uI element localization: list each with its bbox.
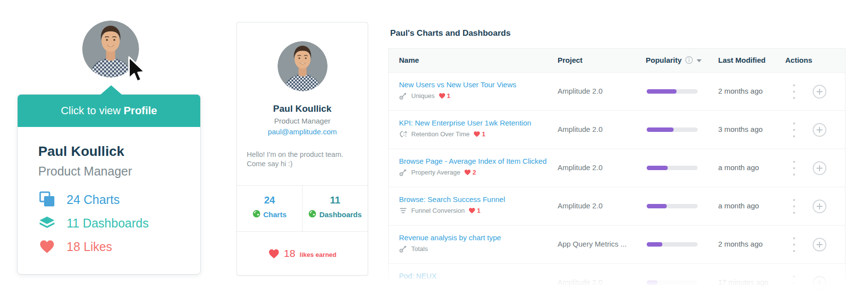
- add-to-dashboard-button[interactable]: [813, 123, 826, 137]
- row-project: Amplitude 2.0: [558, 278, 603, 286]
- popularity-bar-fill: [647, 127, 674, 132]
- page: Click to view Profile Paul Koullick Prod…: [0, 0, 868, 302]
- table-row[interactable]: New Users vs New User Tour Views Uniques…: [389, 73, 845, 111]
- kebab-menu-button[interactable]: [791, 84, 797, 99]
- kebab-menu-button[interactable]: [791, 161, 797, 176]
- row-likes-count: 1: [447, 92, 450, 100]
- kebab-menu-button[interactable]: [791, 237, 797, 252]
- avatar[interactable]: [278, 41, 328, 91]
- profile-stat-charts[interactable]: 24 Charts: [237, 186, 302, 231]
- kebab-menu-button[interactable]: [791, 199, 797, 214]
- row-type-label: Totals: [411, 245, 428, 252]
- profile-tooltip: Click to view Profile Paul Koullick Prod…: [17, 94, 201, 275]
- user-name: Paul Koullick: [38, 144, 200, 159]
- row-subtitle: Totals: [399, 245, 551, 253]
- chart-name-link[interactable]: Browse: Search Success Funnel: [399, 195, 551, 203]
- stat-dashboards-label: 11 Dashboards: [67, 216, 149, 230]
- email-link[interactable]: paul@amplitude.com: [237, 127, 368, 136]
- row-project: App Query Metrics ...: [558, 240, 627, 248]
- popularity-label: Popularity: [646, 56, 681, 64]
- row-last-modified: a month ago: [718, 163, 759, 172]
- row-last-modified: 2 months ago: [718, 87, 763, 95]
- row-project: Amplitude 2.0: [558, 163, 603, 172]
- popularity-bar-fill: [647, 166, 668, 170]
- user-bio: Hello! I'm on the product team. Come say…: [247, 150, 361, 169]
- tooltip-arrow: [100, 85, 122, 95]
- table-body: New Users vs New User Tour Views Uniques…: [389, 73, 845, 302]
- profile-stat-dashboards[interactable]: 11 Dashboards: [302, 186, 368, 231]
- heart-icon: [469, 207, 475, 214]
- add-to-dashboard-button[interactable]: [813, 276, 826, 290]
- row-likes: 1: [469, 207, 480, 214]
- tooltip-header-bold: Profile: [123, 104, 157, 117]
- table-header: Name Project Popularity Last Modified Ac…: [389, 49, 845, 73]
- row-type-label: Retention Over Time: [411, 130, 469, 138]
- charts-stack-icon: [38, 191, 56, 208]
- chart-name-link[interactable]: Browse Page - Average Index of Item Clic…: [399, 157, 551, 165]
- heart-icon: [268, 249, 280, 259]
- kebab-menu-button[interactable]: [791, 123, 797, 137]
- table-row[interactable]: Browse: Search Success Funnel Funnel Con…: [389, 187, 845, 226]
- popularity-bar-fill: [647, 204, 667, 208]
- table-row[interactable]: Browse Page - Average Index of Item Clic…: [389, 149, 845, 187]
- row-subtitle: Property Average 2: [399, 168, 551, 176]
- row-type-label: Property Average: [411, 169, 460, 176]
- row-last-modified: 17 minutes ago: [718, 278, 769, 286]
- row-likes-count: 1: [477, 207, 480, 214]
- popularity-bar: [647, 89, 698, 94]
- likes-earned: 18 likes earned: [237, 232, 368, 275]
- table-row[interactable]: Pod: NEUX Amplitude 2.0 17 minutes ago: [389, 264, 845, 302]
- user-role: Product Manager: [38, 164, 200, 178]
- stat-likes: 18 Likes: [38, 238, 200, 255]
- add-to-dashboard-button[interactable]: [813, 238, 826, 252]
- popularity-bar: [647, 242, 698, 247]
- info-icon[interactable]: [685, 56, 693, 64]
- funnel-icon: [399, 206, 407, 215]
- measure-icon: [399, 92, 407, 100]
- globe-icon: [253, 210, 260, 219]
- add-to-dashboard-button[interactable]: [813, 200, 826, 213]
- heart-icon: [473, 131, 480, 137]
- chevron-down-icon[interactable]: [697, 59, 702, 62]
- dashboards-count: 11: [303, 195, 368, 206]
- popularity-bar-fill: [647, 89, 677, 94]
- stat-charts: 24 Charts: [38, 191, 200, 208]
- table-row[interactable]: KPI: New Enterprise User 1wk Retention R…: [389, 111, 845, 149]
- column-header-name: Name: [399, 56, 419, 64]
- row-last-modified: 2 months ago: [718, 240, 763, 248]
- row-likes: 1: [473, 130, 485, 138]
- measure-icon: [399, 168, 407, 176]
- chart-name-link[interactable]: KPI: New Enterprise User 1wk Retention: [399, 119, 551, 127]
- chart-name-link[interactable]: New Users vs New User Tour Views: [399, 80, 551, 89]
- popularity-bar: [647, 166, 698, 170]
- column-header-last-modified: Last Modified: [718, 56, 766, 64]
- user-role: Product Manager: [237, 117, 368, 125]
- row-project: Amplitude 2.0: [558, 87, 603, 95]
- charts-label: Charts: [263, 210, 287, 219]
- add-to-dashboard-button[interactable]: [813, 161, 826, 175]
- table-row[interactable]: Revenue analysis by chart type Totals Ap…: [389, 226, 845, 264]
- tooltip-header-text: Click to view: [61, 104, 120, 117]
- bio-line-2: Come say hi :): [247, 159, 361, 169]
- chart-name-link[interactable]: Pod: NEUX: [399, 272, 551, 280]
- tooltip-header[interactable]: Click to view Profile: [18, 95, 200, 127]
- heart-icon: [439, 93, 446, 99]
- add-to-dashboard-button[interactable]: [813, 85, 826, 99]
- heart-icon: [464, 169, 471, 176]
- user-name: Paul Koullick: [237, 103, 368, 114]
- globe-icon: [308, 210, 316, 219]
- row-likes-count: 1: [482, 130, 485, 138]
- measure-icon: [399, 245, 407, 253]
- row-last-modified: 3 months ago: [718, 125, 763, 133]
- layers-icon: [38, 215, 56, 231]
- popularity-bar-fill: [647, 242, 662, 247]
- row-subtitle: Funnel Conversion 1: [399, 206, 551, 215]
- profile-card: Paul Koullick Product Manager paul@ampli…: [236, 22, 368, 276]
- row-likes: 1: [439, 92, 450, 100]
- likes-label: likes earned: [300, 251, 336, 258]
- kebab-menu-button[interactable]: [791, 276, 797, 290]
- chart-name-link[interactable]: Revenue analysis by chart type: [399, 233, 551, 242]
- charts-table: Name Project Popularity Last Modified Ac…: [388, 48, 845, 302]
- table-title: Paul's Charts and Dashboards: [390, 28, 511, 38]
- column-header-popularity[interactable]: Popularity: [646, 56, 702, 64]
